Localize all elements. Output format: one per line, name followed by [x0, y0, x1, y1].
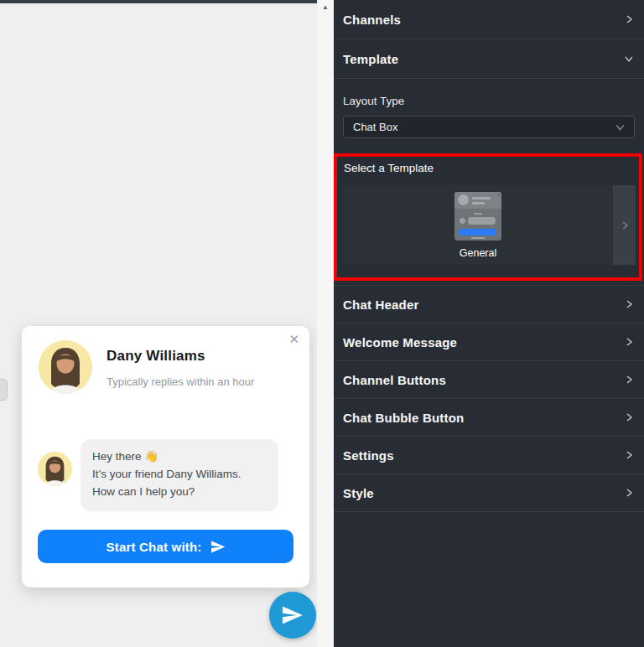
- template-highlight-outline: Select a Template ×: [334, 153, 642, 281]
- template-name: General: [460, 247, 496, 259]
- section-channels[interactable]: Channels: [334, 0, 644, 39]
- chat-bubble-button[interactable]: [269, 592, 316, 639]
- chevron-right-icon: [624, 450, 634, 460]
- template-thumbnail: ×: [454, 192, 501, 241]
- section-label: Template: [343, 52, 398, 66]
- close-icon[interactable]: ✕: [288, 332, 299, 347]
- chat-widget-preview: ✕ Dany Williams Typically replies within…: [22, 326, 309, 587]
- template-carousel: × General: [343, 185, 636, 265]
- section-settings[interactable]: Settings: [334, 437, 644, 474]
- carousel-next-button[interactable]: [613, 185, 636, 265]
- chevron-right-icon: [624, 375, 634, 385]
- section-channel-buttons[interactable]: Channel Buttons: [334, 361, 644, 399]
- chevron-right-icon: [624, 488, 634, 498]
- telegram-plane-icon: [280, 603, 304, 627]
- chevron-down-icon: [624, 54, 634, 64]
- section-chat-bubble-button[interactable]: Chat Bubble Button: [334, 399, 644, 437]
- message-avatar: [38, 452, 72, 486]
- thumb-avatar: [458, 194, 469, 205]
- welcome-message-bubble: Hey there 👋 It’s your friend Dany Willia…: [80, 439, 278, 511]
- settings-panel: Channels Template Layout Type Chat Box S…: [334, 0, 644, 647]
- template-option-general[interactable]: × General: [343, 185, 613, 265]
- section-chat-header[interactable]: Chat Header: [334, 286, 644, 324]
- chevron-right-icon: [620, 220, 630, 231]
- thumb-button-bar: [460, 229, 496, 236]
- preview-scrollbar[interactable]: ▲: [317, 0, 334, 647]
- chevron-down-icon: [615, 122, 626, 132]
- agent-status: Typically replies within an hour: [106, 375, 254, 388]
- section-template[interactable]: Template: [334, 39, 644, 79]
- layout-type-select[interactable]: Chat Box: [343, 116, 635, 138]
- chevron-right-icon: [624, 412, 634, 422]
- layout-type-label: Layout Type: [343, 95, 404, 107]
- side-drag-handle[interactable]: [0, 379, 8, 401]
- section-label: Channels: [343, 13, 401, 27]
- chevron-right-icon: [624, 14, 634, 24]
- section-style[interactable]: Style: [334, 474, 644, 512]
- chat-widget-builder: ✕ Dany Williams Typically replies within…: [0, 0, 644, 647]
- start-chat-button[interactable]: Start Chat with:: [38, 530, 293, 563]
- agent-avatar: [39, 340, 92, 394]
- agent-name: Dany Williams: [106, 348, 205, 365]
- layout-type-value: Chat Box: [353, 121, 397, 133]
- select-template-label: Select a Template: [344, 162, 434, 174]
- preview-top-bar: [0, 0, 317, 3]
- message-line: It’s your friend Dany Williams. How can …: [92, 466, 267, 501]
- site-preview-canvas: ✕ Dany Williams Typically replies within…: [0, 0, 317, 647]
- section-welcome-message[interactable]: Welcome Message: [334, 324, 644, 361]
- chevron-right-icon: [624, 337, 634, 347]
- greeting-line: Hey there 👋: [92, 448, 267, 466]
- chevron-right-icon: [624, 299, 634, 309]
- scroll-up-arrow-icon[interactable]: ▲: [317, 2, 334, 13]
- start-chat-label: Start Chat with:: [106, 540, 201, 554]
- thumb-close-icon: ×: [496, 192, 500, 198]
- panel-sections: Chat Header Welcome Message Channel Butt…: [334, 285, 644, 512]
- paper-plane-icon: [210, 539, 226, 555]
